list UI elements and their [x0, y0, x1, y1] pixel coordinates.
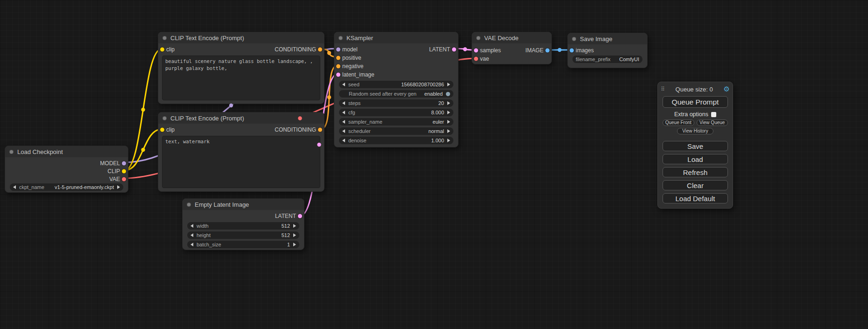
cfg-widget[interactable]: cfg 8.000	[339, 109, 453, 116]
node-header[interactable]: Save Image	[568, 33, 647, 44]
increment-arrow-icon[interactable]	[447, 83, 450, 86]
node-header[interactable]: VAE Decode	[472, 32, 551, 43]
queue-prompt-button[interactable]: Queue Prompt	[663, 96, 728, 108]
load-button[interactable]: Load	[663, 154, 728, 164]
scheduler-widget[interactable]: scheduler normal	[339, 127, 453, 135]
node-vae-decode[interactable]: VAE Decode samples IMAGE vae	[472, 32, 552, 64]
collapse-dot-icon[interactable]	[162, 36, 167, 40]
node-clip-text-encode-positive[interactable]: CLIP Text Encode (Prompt) clip CONDITION…	[158, 32, 325, 104]
refresh-button[interactable]: Refresh	[663, 167, 728, 177]
width-widget[interactable]: width 512	[187, 222, 299, 230]
node-clip-text-encode-negative[interactable]: CLIP Text Encode (Prompt) clip CONDITION…	[158, 112, 325, 192]
vae-input-slot[interactable]	[474, 57, 478, 61]
extra-options-row: Extra options	[663, 111, 728, 118]
collapse-dot-icon[interactable]	[572, 37, 576, 41]
height-widget[interactable]: height 512	[187, 231, 299, 239]
filename-prefix-widget[interactable]: filename_prefix ComfyUI	[572, 56, 642, 63]
queue-menu-panel[interactable]: ⠿ Queue size: 0 ⚙ Queue Prompt Extra opt…	[657, 82, 733, 209]
decrement-arrow-icon[interactable]	[191, 243, 193, 246]
ckpt-name-widget[interactable]: ckpt_name v1-5-pruned-emaonly.ckpt	[10, 183, 123, 191]
increment-arrow-icon[interactable]	[293, 243, 296, 246]
decrement-arrow-icon[interactable]	[191, 224, 193, 228]
decrement-arrow-icon[interactable]	[342, 111, 345, 114]
denoise-widget[interactable]: denoise 1.000	[339, 137, 453, 144]
prev-value-arrow-icon[interactable]	[13, 185, 16, 189]
model-output-slot[interactable]	[122, 161, 126, 165]
positive-conditioning-input-slot[interactable]	[336, 56, 340, 60]
decrement-arrow-icon[interactable]	[342, 101, 345, 105]
latent-output-slot[interactable]	[298, 214, 302, 218]
negative-prompt-textarea[interactable]: text, watermark	[162, 136, 320, 188]
clip-input-slot[interactable]	[160, 48, 164, 52]
batch-size-widget[interactable]: batch_size 1	[187, 241, 299, 248]
toggle-knob-icon[interactable]	[446, 92, 450, 96]
settings-gear-icon[interactable]: ⚙	[724, 85, 730, 93]
wire-midpoint-dot	[141, 108, 145, 112]
increment-arrow-icon[interactable]	[447, 101, 450, 105]
decrement-arrow-icon[interactable]	[342, 139, 345, 142]
node-save-image[interactable]: Save Image images filename_prefix ComfyU…	[567, 33, 648, 68]
seed-widget[interactable]: seed 156680208700286	[339, 81, 453, 88]
queue-front-button[interactable]: Queue Front	[663, 119, 694, 126]
increment-arrow-icon[interactable]	[447, 139, 450, 142]
image-output-slot[interactable]	[545, 49, 550, 53]
input-slot-label: positive	[342, 55, 361, 61]
view-queue-button[interactable]: View Queue	[697, 119, 728, 126]
widget-label: scheduler	[348, 128, 371, 134]
wire-midpoint-dot	[327, 51, 331, 55]
drag-handle-icon[interactable]: ⠿	[661, 86, 665, 92]
node-ksampler[interactable]: KSampler model LATENT positive negative …	[334, 32, 459, 147]
node-header[interactable]: Empty Latent Image	[183, 199, 304, 210]
prev-value-arrow-icon[interactable]	[342, 129, 345, 133]
collapse-dot-icon[interactable]	[162, 116, 167, 120]
node-empty-latent-image[interactable]: Empty Latent Image LATENT width 512 heig…	[182, 198, 304, 250]
wire-midpoint-dot	[557, 48, 561, 52]
conditioning-output-slot[interactable]	[318, 48, 322, 52]
latent-output-slot[interactable]	[452, 48, 456, 52]
collapse-dot-icon[interactable]	[339, 36, 343, 40]
node-title: CLIP Text Encode (Prompt)	[170, 35, 244, 42]
node-title: Empty Latent Image	[195, 201, 249, 208]
positive-prompt-textarea[interactable]: beautiful scenery nature glass bottle la…	[162, 56, 320, 100]
node-load-checkpoint[interactable]: Load Checkpoint MODEL CLIP VAE ckpt_name…	[5, 146, 128, 193]
clip-output-slot[interactable]	[122, 169, 126, 173]
view-history-button[interactable]: View History	[677, 128, 713, 134]
node-header[interactable]: CLIP Text Encode (Prompt)	[158, 32, 324, 43]
clip-input-slot[interactable]	[160, 128, 164, 132]
node-header[interactable]: Load Checkpoint	[5, 146, 128, 157]
samples-input-slot[interactable]	[474, 49, 478, 53]
prev-value-arrow-icon[interactable]	[342, 120, 345, 124]
collapse-dot-icon[interactable]	[476, 36, 480, 40]
output-slot-label: IMAGE	[525, 47, 543, 54]
next-value-arrow-icon[interactable]	[447, 129, 450, 133]
collapse-dot-icon[interactable]	[187, 203, 191, 207]
latent-image-input-slot[interactable]	[336, 73, 340, 77]
next-value-arrow-icon[interactable]	[447, 120, 450, 124]
images-input-slot[interactable]	[570, 49, 574, 53]
model-input-slot[interactable]	[336, 48, 340, 52]
vae-output-slot[interactable]	[122, 177, 126, 181]
load-default-button[interactable]: Load Default	[663, 193, 728, 203]
slot-row: latent_image	[334, 70, 458, 79]
clear-button[interactable]: Clear	[663, 180, 728, 190]
output-slot-label: CLIP	[107, 168, 120, 175]
increment-arrow-icon[interactable]	[447, 111, 450, 114]
collapse-dot-icon[interactable]	[9, 150, 14, 154]
next-value-arrow-icon[interactable]	[117, 185, 120, 189]
conditioning-output-slot[interactable]	[318, 128, 322, 132]
sampler-name-widget[interactable]: sampler_name euler	[339, 118, 453, 126]
increment-arrow-icon[interactable]	[293, 224, 296, 228]
output-slot-label: CONDITIONING	[275, 126, 316, 133]
random-seed-toggle-widget[interactable]: Random seed after every gen enabled	[339, 90, 453, 98]
node-header[interactable]: KSampler	[334, 32, 458, 43]
widget-value: 156680208700286	[401, 82, 444, 87]
increment-arrow-icon[interactable]	[293, 233, 296, 237]
steps-widget[interactable]: steps 20	[339, 99, 453, 107]
decrement-arrow-icon[interactable]	[342, 83, 345, 86]
save-button[interactable]: Save	[663, 141, 728, 151]
node-graph-canvas[interactable]: Load Checkpoint MODEL CLIP VAE ckpt_name…	[0, 0, 868, 329]
negative-conditioning-input-slot[interactable]	[336, 64, 340, 69]
extra-options-checkbox[interactable]	[711, 112, 716, 117]
node-header[interactable]: CLIP Text Encode (Prompt)	[158, 112, 324, 124]
decrement-arrow-icon[interactable]	[191, 233, 193, 237]
